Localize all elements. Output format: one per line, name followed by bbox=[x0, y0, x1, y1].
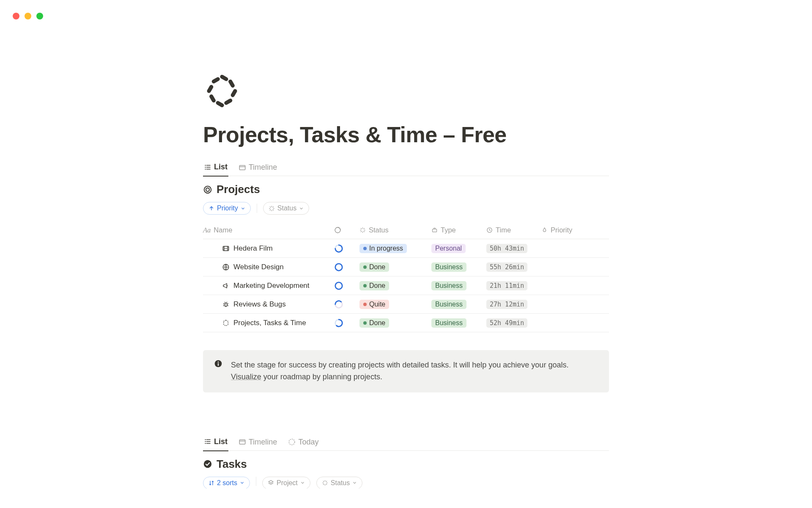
projects-view-tabs: List Timeline bbox=[203, 160, 609, 176]
text-icon: Aa bbox=[203, 226, 211, 235]
table-row[interactable]: Hedera Film In progress Personal 50h 43m… bbox=[203, 239, 609, 258]
briefcase-icon bbox=[431, 227, 438, 233]
row-name: Marketing Development bbox=[233, 282, 310, 290]
status-spinner-icon bbox=[269, 205, 275, 212]
type-badge: Business bbox=[431, 300, 466, 309]
globe-icon bbox=[222, 263, 230, 271]
progress-circle-icon bbox=[334, 262, 343, 272]
col-progress[interactable] bbox=[334, 226, 359, 234]
tab-timeline[interactable]: Timeline bbox=[238, 160, 278, 177]
table-row[interactable]: Projects, Tasks & Time Done Business 52h… bbox=[203, 314, 609, 332]
page-title[interactable]: Projects, Tasks & Time – Free bbox=[203, 122, 609, 147]
filter-status[interactable]: Status bbox=[263, 202, 309, 215]
svg-point-1 bbox=[204, 186, 211, 193]
projects-heading: Projects bbox=[203, 183, 609, 196]
hexagon-outline-icon bbox=[222, 319, 230, 327]
page-content: Projects, Tasks & Time – Free List Timel… bbox=[203, 0, 609, 489]
clock-icon bbox=[486, 227, 493, 233]
arrow-up-icon bbox=[208, 205, 214, 211]
divider bbox=[257, 204, 257, 213]
status-spinner-icon bbox=[359, 227, 366, 233]
visualize-link[interactable]: Visualize bbox=[231, 373, 261, 381]
filter-sorts[interactable]: 2 sorts bbox=[203, 477, 250, 489]
callout-text: Set the stage for success by creating pr… bbox=[231, 359, 598, 383]
status-badge: Done bbox=[359, 262, 389, 272]
bug-icon bbox=[222, 300, 230, 309]
target-icon bbox=[203, 185, 212, 194]
info-callout: Set the stage for success by creating pr… bbox=[203, 350, 609, 392]
svg-point-18 bbox=[289, 439, 295, 445]
tasks-filters: 2 sorts Project Status bbox=[203, 477, 609, 489]
status-badge: Quite bbox=[359, 300, 389, 309]
tab-today[interactable]: Today bbox=[287, 435, 319, 451]
progress-circle-icon bbox=[334, 281, 343, 290]
time-value: 21h 11min bbox=[486, 281, 527, 290]
table-row[interactable]: Website Design Done Business 55h 26min bbox=[203, 258, 609, 276]
svg-point-2 bbox=[206, 188, 209, 191]
status-badge: Done bbox=[359, 318, 389, 328]
row-name: Projects, Tasks & Time bbox=[233, 319, 306, 327]
svg-point-19 bbox=[204, 460, 211, 468]
svg-point-10 bbox=[335, 282, 343, 289]
minimize-window-icon[interactable] bbox=[25, 13, 31, 19]
checkmark-circle-icon bbox=[203, 459, 212, 469]
progress-icon bbox=[334, 226, 341, 234]
sort-icon bbox=[208, 480, 214, 486]
close-window-icon[interactable] bbox=[13, 13, 19, 19]
info-icon bbox=[214, 359, 222, 383]
window-traffic-lights bbox=[13, 13, 43, 19]
svg-rect-0 bbox=[239, 165, 245, 170]
row-name: Website Design bbox=[233, 263, 284, 271]
tasks-heading: Tasks bbox=[203, 458, 609, 471]
stack-icon bbox=[268, 480, 274, 486]
chevron-down-icon bbox=[241, 206, 245, 211]
time-value: 50h 43min bbox=[486, 244, 527, 253]
type-badge: Business bbox=[431, 262, 466, 272]
type-badge: Business bbox=[431, 318, 466, 328]
progress-circle-icon bbox=[334, 300, 343, 309]
status-badge: In progress bbox=[359, 244, 407, 253]
table-row[interactable]: Reviews & Bugs Quite Business 27h 12min bbox=[203, 295, 609, 314]
projects-table: Aa Name Status Type Time bbox=[203, 221, 609, 332]
chevron-down-icon bbox=[352, 480, 357, 485]
svg-rect-4 bbox=[433, 229, 437, 232]
chevron-down-icon bbox=[300, 480, 305, 485]
list-icon bbox=[204, 163, 211, 171]
table-header: Aa Name Status Type Time bbox=[203, 221, 609, 239]
list-icon bbox=[204, 438, 211, 445]
row-name: Hedera Film bbox=[233, 244, 273, 253]
svg-rect-16 bbox=[218, 363, 219, 366]
tasks-view-tabs: List Timeline Today bbox=[203, 435, 609, 451]
chevron-down-icon bbox=[240, 480, 244, 485]
chevron-down-icon bbox=[299, 206, 304, 211]
maximize-window-icon[interactable] bbox=[36, 13, 43, 19]
time-value: 27h 12min bbox=[486, 300, 527, 309]
svg-point-15 bbox=[218, 362, 219, 363]
col-status[interactable]: Status bbox=[359, 226, 431, 234]
timeline-icon bbox=[239, 438, 246, 446]
filter-project[interactable]: Project bbox=[262, 477, 310, 489]
col-time[interactable]: Time bbox=[486, 226, 541, 234]
film-icon bbox=[222, 244, 230, 253]
divider bbox=[256, 477, 256, 486]
col-type[interactable]: Type bbox=[431, 226, 486, 234]
time-value: 55h 26min bbox=[486, 262, 527, 272]
col-name[interactable]: Aa Name bbox=[203, 226, 334, 235]
filter-priority[interactable]: Priority bbox=[203, 202, 251, 215]
projects-filters: Priority Status bbox=[203, 202, 609, 215]
col-priority[interactable]: Priority bbox=[541, 226, 601, 234]
tab-list[interactable]: List bbox=[203, 435, 228, 451]
filter-status[interactable]: Status bbox=[316, 477, 362, 489]
type-badge: Business bbox=[431, 281, 466, 290]
table-row[interactable]: Marketing Development Done Business 21h … bbox=[203, 276, 609, 295]
tab-list[interactable]: List bbox=[203, 160, 228, 177]
svg-rect-17 bbox=[239, 440, 245, 444]
flame-icon bbox=[541, 227, 548, 233]
tab-timeline[interactable]: Timeline bbox=[238, 435, 278, 451]
megaphone-icon bbox=[222, 282, 230, 290]
progress-circle-icon bbox=[334, 318, 343, 328]
progress-circle-icon bbox=[334, 244, 343, 253]
status-spinner-icon bbox=[322, 480, 328, 486]
svg-point-9 bbox=[335, 263, 343, 271]
page-icon[interactable] bbox=[203, 72, 609, 110]
